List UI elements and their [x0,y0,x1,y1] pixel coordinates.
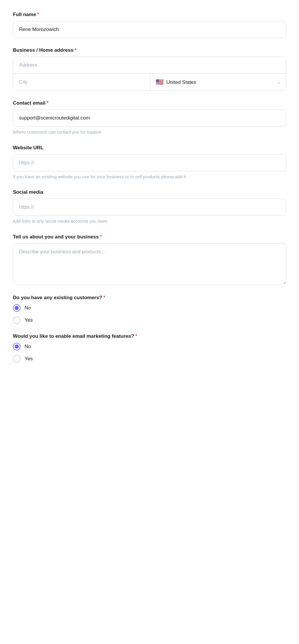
existing-customers-required: * [103,295,105,300]
address-line1-input[interactable] [13,57,286,74]
full-name-section: Full name * [13,12,286,38]
social-media-label: Social media [13,189,286,195]
email-marketing-required: * [135,334,137,339]
country-select[interactable]: United States Canada United Kingdom Aust… [166,79,274,85]
social-media-section: Social media Add links to any social med… [13,189,286,225]
full-name-label-text: Full name [13,12,36,18]
address-section: Business / Home address * 🇺🇸 United Stat… [13,47,286,91]
email-marketing-yes-option[interactable]: Yes [13,355,286,363]
existing-customers-yes-radio[interactable] [13,316,20,324]
business-description-required: * [100,234,102,240]
address-box: 🇺🇸 United States Canada United Kingdom A… [13,57,286,91]
address-label: Business / Home address * [13,47,286,53]
country-select-wrapper: 🇺🇸 United States Canada United Kingdom A… [150,74,286,91]
email-marketing-section: Would you like to enable email marketing… [13,333,286,363]
address-label-text: Business / Home address [13,47,73,53]
existing-customers-no-radio[interactable] [13,304,20,312]
email-marketing-radio-group: No Yes [13,343,286,363]
website-url-input[interactable] [13,154,286,171]
existing-customers-radio-group: No Yes [13,304,286,324]
contact-email-section: Contact email * Where customers can cont… [13,100,286,136]
email-marketing-no-radio[interactable] [13,343,20,350]
social-media-helper: Add links to any social media accounts y… [13,218,286,225]
business-description-label-text: Tell us about you and your business [13,234,99,240]
city-input[interactable] [13,74,150,91]
contact-email-label: Contact email * [13,100,286,106]
existing-customers-section: Do you have any existing customers? * No… [13,295,286,324]
address-row: 🇺🇸 United States Canada United Kingdom A… [13,74,286,91]
email-marketing-label-text: Would you like to enable email marketing… [13,333,134,339]
existing-customers-yes-option[interactable]: Yes [13,316,286,324]
contact-email-label-text: Contact email [13,100,45,106]
existing-customers-label-text: Do you have any existing customers? [13,295,102,301]
email-marketing-yes-radio[interactable] [13,355,20,363]
existing-customers-no-option[interactable]: No [13,304,286,312]
website-url-section: Website URL If you have an existing webs… [13,145,286,180]
business-description-section: Tell us about you and your business * [13,234,286,285]
email-marketing-no-option[interactable]: No [13,343,286,350]
existing-customers-label: Do you have any existing customers? * [13,295,286,301]
full-name-input[interactable] [13,21,286,38]
address-required: * [75,48,76,53]
existing-customers-no-label: No [25,305,31,311]
contact-email-required: * [47,101,48,106]
social-media-input[interactable] [13,199,286,216]
email-marketing-label: Would you like to enable email marketing… [13,333,286,339]
chevron-down-icon: ⌄ [277,80,281,84]
contact-email-input[interactable] [13,110,286,127]
website-url-label-text: Website URL [13,145,44,151]
existing-customers-yes-label: Yes [25,317,33,323]
contact-email-helper: Where customers can contact you for supp… [13,129,286,136]
full-name-label: Full name * [13,12,286,18]
us-flag-icon: 🇺🇸 [156,78,164,86]
email-marketing-no-label: No [25,344,31,349]
website-url-label: Website URL [13,145,286,151]
business-description-textarea[interactable] [13,243,286,284]
business-description-label: Tell us about you and your business * [13,234,286,240]
social-media-label-text: Social media [13,189,43,195]
website-url-helper: If you have an existing website you use … [13,174,286,180]
email-marketing-yes-label: Yes [25,356,33,362]
full-name-required: * [37,12,39,17]
